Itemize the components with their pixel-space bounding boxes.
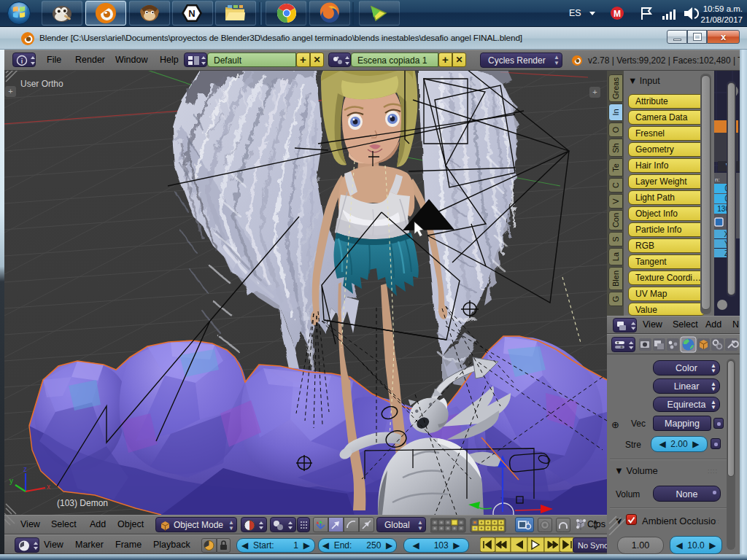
svg-text:+: +: [592, 88, 597, 96]
svg-text:n:: n:: [715, 176, 720, 183]
svg-text:z: z: [23, 465, 27, 473]
svg-text:21/08/2017: 21/08/2017: [700, 15, 743, 24]
svg-text:M: M: [614, 9, 621, 19]
svg-text:x: x: [47, 483, 50, 491]
svg-text:ES: ES: [569, 8, 581, 18]
svg-text:N: N: [188, 8, 195, 19]
svg-text:10:59 a.m.: 10:59 a.m.: [703, 4, 743, 13]
svg-text:(103) Demon: (103) Demon: [57, 498, 108, 508]
svg-text:+: +: [8, 87, 12, 96]
svg-text:y: y: [9, 477, 13, 485]
svg-text:i: i: [21, 58, 23, 65]
svg-text:User Ortho: User Ortho: [20, 79, 63, 89]
